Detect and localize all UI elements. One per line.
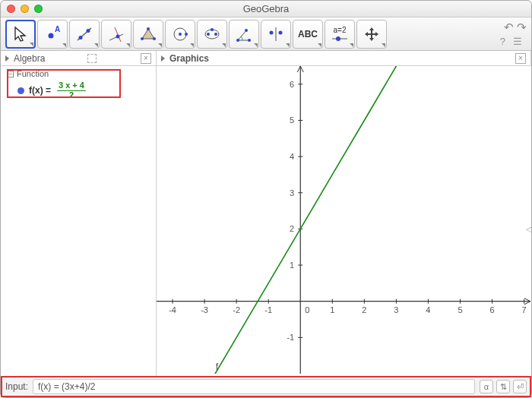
svg-point-4 — [87, 29, 90, 33]
function-item[interactable]: f(x) = 3 x + 4 2 — [1, 80, 156, 101]
reflect-tool[interactable] — [261, 20, 291, 49]
panels-header: Algebra × Graphics × — [1, 51, 531, 66]
history-button[interactable]: ⇅ — [496, 380, 510, 393]
svg-point-3 — [79, 36, 83, 39]
angle-tool[interactable] — [229, 20, 259, 49]
svg-point-0 — [49, 33, 54, 38]
minimize-icon[interactable] — [21, 5, 29, 13]
svg-point-23 — [270, 30, 274, 34]
main-body: − Function f(x) = 3 x + 4 2 -4-3-2-10123… — [1, 66, 531, 376]
svg-text:0: 0 — [305, 305, 309, 314]
svg-text:-2: -2 — [233, 305, 240, 314]
function-fraction: 3 x + 4 2 — [57, 81, 86, 100]
reflect-icon — [267, 25, 285, 43]
move-view-tool[interactable] — [356, 20, 387, 49]
svg-point-18 — [211, 28, 214, 31]
svg-point-20 — [248, 39, 251, 42]
svg-point-17 — [214, 33, 217, 36]
svg-point-11 — [141, 37, 144, 40]
circle-tool[interactable] — [165, 20, 195, 49]
input-label: Input: — [5, 381, 28, 392]
collapse-icon — [161, 55, 165, 62]
svg-point-9 — [147, 27, 150, 30]
menu-button[interactable]: ☰ — [513, 36, 522, 47]
point-icon: A — [43, 25, 62, 43]
close-icon[interactable] — [7, 5, 15, 13]
visibility-dot-icon[interactable] — [17, 87, 24, 94]
redo-button[interactable]: ↷ — [517, 21, 527, 34]
input-bar: Input: α ⇅ ⏎ — [1, 376, 531, 397]
svg-text:6: 6 — [489, 305, 494, 314]
slider-tool[interactable]: a=2 — [325, 20, 355, 49]
svg-text:4: 4 — [426, 305, 430, 314]
algebra-title: Algebra — [14, 53, 45, 64]
side-collapse-icon[interactable]: ◁ — [526, 221, 532, 236]
text-tool[interactable]: ABC — [293, 20, 323, 49]
text-icon: ABC — [298, 29, 318, 39]
svg-text:3: 3 — [394, 305, 398, 314]
function-label: f(x) = — [29, 85, 51, 96]
graphics-title: Graphics — [169, 53, 209, 64]
line-icon — [75, 25, 93, 43]
point-tool[interactable]: A — [37, 20, 68, 49]
svg-point-10 — [153, 37, 156, 40]
svg-text:3: 3 — [290, 188, 294, 197]
input-field[interactable] — [33, 379, 475, 394]
function-section-header[interactable]: − Function — [1, 66, 156, 80]
collapse-icon — [5, 55, 9, 62]
ellipse-icon — [203, 25, 221, 43]
svg-text:7: 7 — [522, 305, 527, 314]
svg-text:5: 5 — [290, 115, 294, 125]
algebra-panel-header[interactable]: Algebra × — [1, 51, 157, 65]
toolbar-right: ↶ ↷ ? ☰ — [500, 21, 527, 47]
graphics-panel[interactable]: -4-3-2-101234567-1123456f ◁ — [157, 66, 531, 376]
app-window: GeoGebra A — [0, 0, 532, 398]
slider-icon: a=2 — [331, 26, 349, 42]
chart-canvas: -4-3-2-101234567-1123456f — [157, 66, 530, 374]
circle-icon — [171, 25, 189, 43]
svg-text:4: 4 — [290, 152, 294, 161]
svg-point-7 — [116, 34, 120, 38]
perpendicular-tool[interactable] — [101, 20, 131, 49]
window-controls — [7, 5, 43, 13]
svg-point-24 — [279, 30, 283, 34]
svg-text:-4: -4 — [169, 305, 176, 314]
svg-text:-3: -3 — [201, 305, 208, 314]
svg-point-26 — [336, 36, 340, 41]
svg-text:A: A — [55, 25, 60, 33]
svg-text:6: 6 — [290, 80, 294, 89]
toolbar: A — [1, 17, 531, 51]
input-icons: α ⇅ ⏎ — [480, 380, 527, 393]
move-tool[interactable] — [5, 20, 36, 49]
svg-text:1: 1 — [330, 305, 334, 314]
svg-text:-1: -1 — [287, 333, 294, 342]
svg-text:2: 2 — [362, 305, 366, 314]
undo-button[interactable]: ↶ — [504, 21, 514, 34]
line-tool[interactable] — [69, 20, 100, 49]
enter-button[interactable]: ⏎ — [513, 380, 527, 393]
title-bar: GeoGebra — [1, 1, 531, 17]
svg-text:2: 2 — [290, 224, 294, 233]
conic-tool[interactable] — [197, 20, 227, 49]
move-arrows-icon — [363, 25, 381, 43]
graphics-panel-header[interactable]: Graphics × — [157, 51, 531, 65]
svg-text:-1: -1 — [264, 305, 272, 314]
polygon-tool[interactable] — [133, 20, 163, 49]
svg-point-19 — [236, 39, 239, 42]
collapse-minus-icon: − — [7, 71, 14, 77]
alpha-button[interactable]: α — [480, 380, 493, 393]
help-button[interactable]: ? — [500, 36, 505, 47]
svg-point-14 — [185, 33, 188, 36]
svg-point-13 — [179, 33, 182, 36]
svg-text:1: 1 — [290, 261, 294, 270]
algebra-panel: − Function f(x) = 3 x + 4 2 — [1, 66, 157, 376]
svg-text:f: f — [216, 362, 219, 372]
svg-point-21 — [245, 29, 248, 32]
close-panel-icon[interactable]: × — [141, 53, 151, 64]
svg-text:5: 5 — [458, 305, 462, 314]
close-panel-icon[interactable]: × — [515, 53, 526, 64]
polygon-icon — [139, 25, 157, 43]
maximize-icon[interactable] — [34, 5, 43, 13]
cursor-icon — [11, 25, 30, 43]
detach-icon[interactable] — [87, 54, 97, 63]
